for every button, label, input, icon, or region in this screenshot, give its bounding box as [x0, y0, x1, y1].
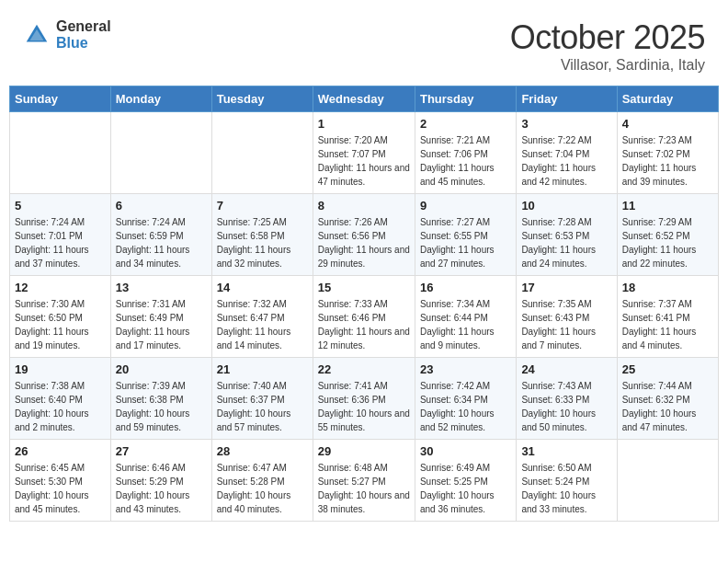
day-header-tuesday: Tuesday: [211, 86, 313, 112]
calendar-cell: 29Sunrise: 6:48 AMSunset: 5:27 PMDayligh…: [313, 440, 415, 522]
day-number: 15: [318, 281, 410, 294]
day-header-wednesday: Wednesday: [313, 86, 415, 112]
calendar-cell: 8Sunrise: 7:26 AMSunset: 6:56 PMDaylight…: [313, 194, 415, 276]
day-info: Sunrise: 6:47 AMSunset: 5:28 PMDaylight:…: [217, 461, 308, 516]
day-header-friday: Friday: [517, 86, 617, 112]
day-number: 21: [217, 362, 308, 376]
day-info: Sunrise: 7:33 AMSunset: 6:46 PMDaylight:…: [318, 297, 410, 352]
calendar-cell: 3Sunrise: 7:22 AMSunset: 7:04 PMDaylight…: [517, 112, 617, 194]
calendar-cell: 23Sunrise: 7:42 AMSunset: 6:34 PMDayligh…: [415, 358, 516, 440]
day-number: 25: [622, 362, 713, 376]
calendar-cell: 18Sunrise: 7:37 AMSunset: 6:41 PMDayligh…: [617, 276, 718, 358]
calendar-header-row: SundayMondayTuesdayWednesdayThursdayFrid…: [10, 86, 719, 112]
calendar-cell: 31Sunrise: 6:50 AMSunset: 5:24 PMDayligh…: [517, 440, 617, 522]
calendar-cell: 13Sunrise: 7:31 AMSunset: 6:49 PMDayligh…: [110, 276, 211, 358]
title-block: October 2025 Villasor, Sardinia, Italy: [510, 18, 705, 74]
day-info: Sunrise: 7:41 AMSunset: 6:36 PMDaylight:…: [318, 379, 410, 434]
calendar-cell: 20Sunrise: 7:39 AMSunset: 6:38 PMDayligh…: [110, 358, 211, 440]
logo-general-text: General: [56, 18, 111, 35]
calendar-cell: 14Sunrise: 7:32 AMSunset: 6:47 PMDayligh…: [211, 276, 313, 358]
calendar-cell: 27Sunrise: 6:46 AMSunset: 5:29 PMDayligh…: [110, 440, 211, 522]
calendar-cell: 11Sunrise: 7:29 AMSunset: 6:52 PMDayligh…: [617, 194, 718, 276]
day-header-thursday: Thursday: [415, 86, 516, 112]
day-info: Sunrise: 7:37 AMSunset: 6:41 PMDaylight:…: [622, 297, 713, 352]
day-info: Sunrise: 7:25 AMSunset: 6:58 PMDaylight:…: [217, 215, 308, 270]
calendar-row-4: 19Sunrise: 7:38 AMSunset: 6:40 PMDayligh…: [10, 358, 719, 440]
calendar-cell: 25Sunrise: 7:44 AMSunset: 6:32 PMDayligh…: [617, 358, 718, 440]
day-number: 28: [217, 444, 308, 458]
day-info: Sunrise: 7:39 AMSunset: 6:38 PMDaylight:…: [116, 379, 207, 434]
calendar-row-5: 26Sunrise: 6:45 AMSunset: 5:30 PMDayligh…: [10, 440, 719, 522]
calendar-cell: 2Sunrise: 7:21 AMSunset: 7:06 PMDaylight…: [415, 112, 516, 194]
day-number: 10: [521, 199, 611, 213]
day-info: Sunrise: 7:28 AMSunset: 6:53 PMDaylight:…: [521, 215, 611, 270]
calendar-cell: 15Sunrise: 7:33 AMSunset: 6:46 PMDayligh…: [313, 276, 415, 358]
calendar-cell: [617, 440, 718, 522]
day-number: 26: [15, 444, 106, 458]
day-number: 18: [622, 281, 713, 294]
calendar-cell: 19Sunrise: 7:38 AMSunset: 6:40 PMDayligh…: [10, 358, 111, 440]
day-info: Sunrise: 7:20 AMSunset: 7:07 PMDaylight:…: [318, 133, 410, 189]
day-info: Sunrise: 7:24 AMSunset: 6:59 PMDaylight:…: [116, 215, 207, 270]
calendar-row-2: 5Sunrise: 7:24 AMSunset: 7:01 PMDaylight…: [10, 194, 719, 276]
day-info: Sunrise: 7:24 AMSunset: 7:01 PMDaylight:…: [15, 215, 106, 270]
day-number: 16: [420, 281, 511, 294]
logo: General Blue: [23, 18, 111, 51]
day-info: Sunrise: 7:38 AMSunset: 6:40 PMDaylight:…: [15, 379, 106, 434]
calendar-cell: 6Sunrise: 7:24 AMSunset: 6:59 PMDaylight…: [110, 194, 211, 276]
logo-blue-text: Blue: [56, 35, 111, 52]
day-info: Sunrise: 7:31 AMSunset: 6:49 PMDaylight:…: [116, 297, 207, 352]
day-number: 27: [116, 444, 207, 458]
logo-icon: [23, 21, 51, 49]
day-number: 2: [420, 117, 511, 131]
day-info: Sunrise: 7:34 AMSunset: 6:44 PMDaylight:…: [420, 297, 511, 352]
calendar-cell: 26Sunrise: 6:45 AMSunset: 5:30 PMDayligh…: [10, 440, 111, 522]
day-header-saturday: Saturday: [617, 86, 718, 112]
day-info: Sunrise: 7:29 AMSunset: 6:52 PMDaylight:…: [622, 215, 713, 270]
day-number: 23: [420, 362, 511, 376]
day-info: Sunrise: 7:44 AMSunset: 6:32 PMDaylight:…: [622, 379, 713, 434]
day-number: 3: [521, 117, 611, 131]
calendar-cell: 4Sunrise: 7:23 AMSunset: 7:02 PMDaylight…: [617, 112, 718, 194]
calendar-cell: 24Sunrise: 7:43 AMSunset: 6:33 PMDayligh…: [517, 358, 617, 440]
day-number: 22: [318, 362, 410, 376]
calendar-cell: 12Sunrise: 7:30 AMSunset: 6:50 PMDayligh…: [10, 276, 111, 358]
day-number: 5: [15, 199, 106, 213]
calendar-cell: [110, 112, 211, 194]
day-info: Sunrise: 7:40 AMSunset: 6:37 PMDaylight:…: [217, 379, 308, 434]
day-info: Sunrise: 7:23 AMSunset: 7:02 PMDaylight:…: [622, 133, 713, 189]
day-info: Sunrise: 7:42 AMSunset: 6:34 PMDaylight:…: [420, 379, 511, 434]
day-info: Sunrise: 7:32 AMSunset: 6:47 PMDaylight:…: [217, 297, 308, 352]
day-number: 29: [318, 444, 410, 458]
calendar-cell: 30Sunrise: 6:49 AMSunset: 5:25 PMDayligh…: [415, 440, 516, 522]
day-number: 4: [622, 117, 713, 131]
day-number: 8: [318, 199, 410, 213]
day-info: Sunrise: 7:21 AMSunset: 7:06 PMDaylight:…: [420, 133, 511, 189]
calendar-cell: 28Sunrise: 6:47 AMSunset: 5:28 PMDayligh…: [211, 440, 313, 522]
calendar-cell: 5Sunrise: 7:24 AMSunset: 7:01 PMDaylight…: [10, 194, 111, 276]
page-header: General Blue October 2025 Villasor, Sard…: [9, 9, 719, 78]
day-number: 9: [420, 199, 511, 213]
calendar-cell: 17Sunrise: 7:35 AMSunset: 6:43 PMDayligh…: [517, 276, 617, 358]
day-info: Sunrise: 6:50 AMSunset: 5:24 PMDaylight:…: [521, 461, 611, 516]
day-info: Sunrise: 6:45 AMSunset: 5:30 PMDaylight:…: [15, 461, 106, 516]
day-number: 7: [217, 199, 308, 213]
calendar-cell: [10, 112, 111, 194]
day-number: 13: [116, 281, 207, 294]
day-number: 1: [318, 117, 410, 131]
day-info: Sunrise: 6:49 AMSunset: 5:25 PMDaylight:…: [420, 461, 511, 516]
calendar-cell: 16Sunrise: 7:34 AMSunset: 6:44 PMDayligh…: [415, 276, 516, 358]
calendar-cell: 22Sunrise: 7:41 AMSunset: 6:36 PMDayligh…: [313, 358, 415, 440]
day-number: 6: [116, 199, 207, 213]
logo-text: General Blue: [56, 18, 111, 51]
calendar-table: SundayMondayTuesdayWednesdayThursdayFrid…: [9, 86, 719, 522]
day-number: 20: [116, 362, 207, 376]
day-number: 17: [521, 281, 611, 294]
day-header-sunday: Sunday: [10, 86, 111, 112]
calendar-cell: 1Sunrise: 7:20 AMSunset: 7:07 PMDaylight…: [313, 112, 415, 194]
day-number: 31: [521, 444, 611, 458]
day-info: Sunrise: 6:46 AMSunset: 5:29 PMDaylight:…: [116, 461, 207, 516]
day-number: 30: [420, 444, 511, 458]
day-number: 24: [521, 362, 611, 376]
day-info: Sunrise: 7:26 AMSunset: 6:56 PMDaylight:…: [318, 215, 410, 270]
